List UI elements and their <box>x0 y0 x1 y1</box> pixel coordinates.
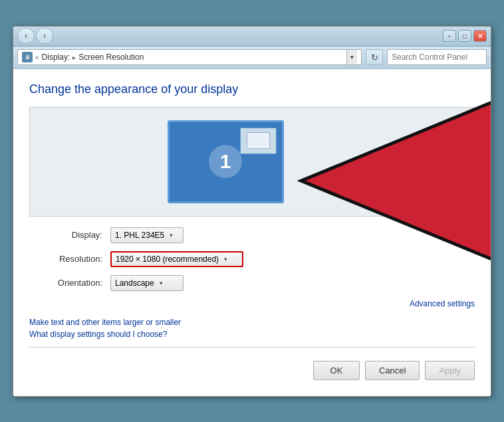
cancel-button[interactable]: Cancel <box>365 361 420 380</box>
orientation-row: Orientation: Landscape ▾ <box>29 275 475 291</box>
monitor-preview-area: 1 Detect <box>29 107 475 217</box>
separator <box>29 347 475 348</box>
window-controls: − □ ✕ <box>443 30 487 42</box>
help-links: Make text and other items larger or smal… <box>29 318 475 339</box>
display-value: 1. PHL 234E5 <box>115 231 164 240</box>
breadcrumb-dropdown[interactable]: ▾ <box>346 50 357 64</box>
display-label: Display: <box>29 230 102 240</box>
page-title: Change the appearance of your display <box>29 82 475 96</box>
resolution-control: 1920 × 1080 (recommended) ▾ <box>110 251 243 267</box>
maximize-button[interactable]: □ <box>458 30 471 42</box>
display-dropdown-arrow: ▾ <box>170 232 173 239</box>
display-dropdown[interactable]: 1. PHL 234E5 ▾ <box>110 227 184 243</box>
detect-button[interactable]: Detect <box>423 154 463 169</box>
monitor-number: 1 <box>209 145 242 178</box>
monitor-small-display <box>240 128 277 154</box>
help-link-1[interactable]: Make text and other items larger or smal… <box>29 318 475 327</box>
resolution-row: Resolution: 1920 × 1080 (recommended) ▾ <box>29 251 475 267</box>
monitor-container: 1 <box>41 120 410 203</box>
resolution-label: Resolution: <box>29 254 102 264</box>
close-button[interactable]: ✕ <box>473 30 487 42</box>
resolution-dropdown[interactable]: 1920 × 1080 (recommended) ▾ <box>110 251 243 267</box>
search-box: 🔍 <box>387 49 487 65</box>
breadcrumb-display: Display: <box>42 53 70 62</box>
forward-button[interactable]: › <box>36 28 53 44</box>
ok-button[interactable]: OK <box>313 361 360 380</box>
buttons-area: OK Cancel Apply <box>29 356 475 383</box>
breadcrumb-arrow: ▸ <box>72 54 76 61</box>
orientation-dropdown-arrow: ▾ <box>160 280 163 286</box>
nav-buttons: ‹ › <box>17 28 53 44</box>
monitor-display: 1 <box>168 120 284 203</box>
help-link-2[interactable]: What display settings should I choose? <box>29 330 475 339</box>
search-input[interactable] <box>392 53 491 62</box>
orientation-value: Landscape <box>115 278 154 288</box>
back-button[interactable]: ‹ <box>17 28 35 44</box>
minimize-button[interactable]: − <box>443 30 456 42</box>
main-window: ‹ › − □ ✕ 🖥 « Display: ▸ Screen Resoluti… <box>13 26 491 397</box>
form-section: Display: 1. PHL 234E5 ▾ Resolution: 1920… <box>29 227 475 291</box>
refresh-button[interactable]: ↻ <box>366 49 383 65</box>
resolution-value: 1920 × 1080 (recommended) <box>116 255 219 264</box>
resolution-dropdown-arrow: ▾ <box>224 256 227 263</box>
address-bar: 🖥 « Display: ▸ Screen Resolution ▾ ↻ 🔍 <box>13 47 491 69</box>
breadcrumb-screen-res: Screen Resolution <box>78 53 144 62</box>
orientation-label: Orientation: <box>29 278 102 288</box>
apply-button[interactable]: Apply <box>425 361 475 380</box>
display-row: Display: 1. PHL 234E5 ▾ <box>29 227 475 243</box>
content-area: Change the appearance of your display 1 … <box>13 69 491 396</box>
monitor-small-inner <box>247 132 270 149</box>
breadcrumb-bar[interactable]: 🖥 « Display: ▸ Screen Resolution ▾ <box>17 49 362 65</box>
orientation-control: Landscape ▾ <box>110 275 184 291</box>
advanced-settings-link[interactable]: Advanced settings <box>29 299 475 308</box>
title-bar: ‹ › − □ ✕ <box>13 27 491 47</box>
detect-btn-area: Detect <box>410 154 463 169</box>
display-control: 1. PHL 234E5 ▾ <box>110 227 184 243</box>
breadcrumb-icon: 🖥 <box>22 52 33 62</box>
breadcrumb-separator-1: « <box>35 54 39 61</box>
orientation-dropdown[interactable]: Landscape ▾ <box>110 275 184 291</box>
